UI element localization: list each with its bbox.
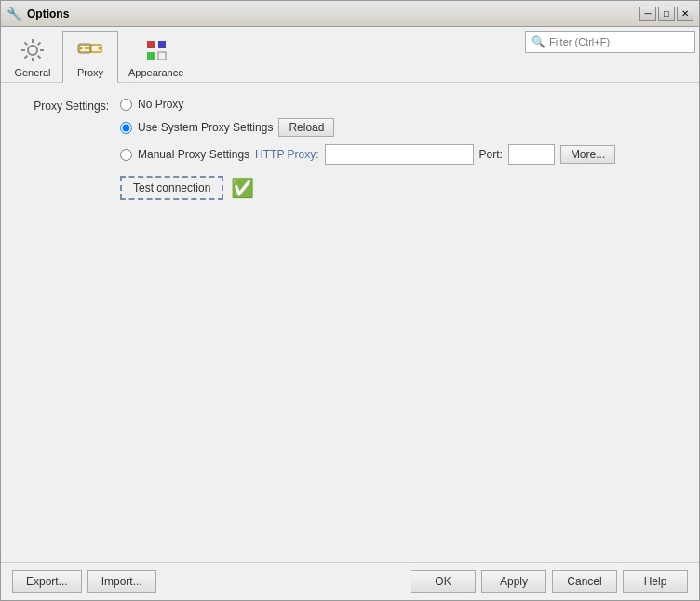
toolbar: General Proxy	[1, 27, 699, 83]
no-proxy-row: No Proxy	[120, 98, 615, 111]
window-icon: 🔧	[7, 7, 21, 21]
svg-line-5	[25, 43, 28, 46]
proxy-icon	[75, 35, 105, 65]
tab-appearance-label: Appearance	[128, 67, 183, 78]
svg-rect-18	[158, 52, 166, 60]
svg-point-13	[99, 47, 101, 50]
ok-button[interactable]: OK	[411, 570, 476, 593]
search-input[interactable]	[549, 36, 689, 47]
title-bar-buttons: ─ □ ✕	[639, 7, 693, 21]
http-proxy-label: HTTP Proxy:	[255, 148, 318, 161]
no-proxy-label[interactable]: No Proxy	[138, 98, 183, 111]
proxy-options: No Proxy Use System Proxy Settings Reloa…	[120, 98, 615, 165]
window-title: Options	[27, 7, 639, 20]
use-system-radio[interactable]	[120, 122, 132, 134]
use-system-label[interactable]: Use System Proxy Settings	[138, 121, 273, 134]
footer: Export... Import... OK Apply Cancel Help	[1, 562, 699, 600]
tab-proxy[interactable]: Proxy	[62, 31, 118, 83]
appearance-icon	[141, 35, 171, 65]
http-proxy-input[interactable]	[325, 144, 474, 165]
options-window: 🔧 Options ─ □ ✕	[0, 0, 700, 601]
svg-rect-15	[147, 41, 155, 48]
no-proxy-radio[interactable]	[120, 99, 132, 111]
search-icon: 🔍	[532, 35, 545, 48]
tab-general-label: General	[14, 67, 50, 78]
close-button[interactable]: ✕	[677, 7, 693, 21]
content-area: Proxy Settings: No Proxy Use System Prox…	[1, 83, 699, 562]
help-button[interactable]: Help	[623, 570, 688, 593]
manual-proxy-radio[interactable]	[120, 149, 132, 161]
use-system-row: Use System Proxy Settings Reload	[120, 118, 615, 137]
svg-line-7	[38, 43, 41, 46]
tab-appearance[interactable]: Appearance	[120, 31, 192, 82]
test-connection-button[interactable]: Test connection	[120, 176, 223, 200]
svg-rect-16	[158, 41, 166, 48]
general-icon	[18, 35, 47, 65]
svg-point-0	[28, 46, 37, 55]
svg-line-6	[38, 56, 41, 59]
proxy-settings-section: Proxy Settings: No Proxy Use System Prox…	[16, 98, 684, 165]
export-button[interactable]: Export...	[12, 570, 82, 593]
footer-left-buttons: Export... Import...	[12, 570, 156, 593]
toolbar-items: General Proxy	[5, 31, 525, 82]
manual-proxy-row: Manual Proxy Settings HTTP Proxy: Port: …	[120, 144, 615, 165]
tab-general[interactable]: General	[5, 31, 61, 82]
port-label: Port:	[479, 148, 503, 161]
maximize-button[interactable]: □	[658, 7, 675, 21]
svg-rect-17	[147, 52, 155, 60]
test-connection-row: Test connection ✅	[120, 176, 684, 200]
toolbar-search[interactable]: 🔍	[525, 31, 695, 53]
cancel-button[interactable]: Cancel	[552, 570, 617, 593]
svg-point-12	[80, 47, 83, 50]
minimize-button[interactable]: ─	[639, 7, 656, 21]
connection-status-icon: ✅	[231, 177, 254, 199]
import-button[interactable]: Import...	[88, 570, 156, 593]
reload-button[interactable]: Reload	[278, 118, 334, 137]
manual-proxy-label[interactable]: Manual Proxy Settings	[138, 148, 249, 161]
footer-right-buttons: OK Apply Cancel Help	[411, 570, 688, 593]
port-input[interactable]	[508, 144, 555, 165]
svg-line-8	[25, 56, 28, 59]
proxy-settings-label: Proxy Settings:	[16, 98, 109, 113]
more-button[interactable]: More...	[560, 145, 615, 164]
apply-button[interactable]: Apply	[481, 570, 546, 593]
title-bar: 🔧 Options ─ □ ✕	[1, 1, 699, 27]
tab-proxy-label: Proxy	[77, 67, 103, 78]
